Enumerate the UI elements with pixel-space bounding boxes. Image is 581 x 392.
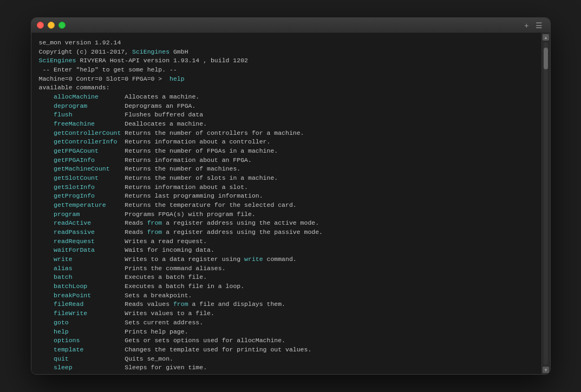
add-tab-button[interactable]: + — [522, 21, 531, 30]
terminal-line: freeMachine Deallocates a machine. — [39, 120, 534, 129]
terminal-window: + ☰ se_mon version 1.92.14Copyright (c) … — [31, 17, 551, 375]
terminal-line: deprogram Deprograms an FPGA. — [39, 102, 534, 111]
terminal-line: alias Prints the command aliases. — [39, 264, 534, 273]
command-name: readActive — [54, 219, 91, 226]
terminal-line: getFPGACount Returns the number of FPGAs… — [39, 147, 534, 156]
command-name: options — [54, 337, 80, 344]
terminal-line: Copyright (c) 2011-2017, SciEngines GmbH — [39, 48, 534, 57]
command-name: getTemperature — [54, 201, 106, 208]
terminal-line: sleep Sleeps for given time. — [39, 363, 534, 373]
terminal-line: getSlotInfo Returns information about a … — [39, 183, 534, 192]
command-name: getControllerInfo — [54, 138, 117, 145]
minimize-button[interactable] — [48, 22, 55, 29]
terminal-line: readPassive Reads from a register addres… — [39, 228, 534, 237]
tab-list-button[interactable]: ☰ — [533, 21, 545, 30]
command-name: getSlotInfo — [54, 184, 95, 191]
command-name: freeMachine — [54, 120, 95, 127]
scrollbar-thumb[interactable] — [544, 48, 548, 69]
brand-name: SciEngines — [132, 48, 169, 55]
terminal-line: batchLoop Executes a batch file in a loo… — [39, 282, 534, 291]
command-name: fileRead — [54, 300, 83, 308]
command-name: program — [54, 211, 80, 218]
terminal-line: getProgInfo Returns last programming inf… — [39, 192, 534, 201]
command-name: write — [54, 256, 73, 263]
keyword-from: from — [173, 300, 188, 308]
scroll-down-button[interactable]: ▼ — [543, 367, 549, 373]
terminal-line: getFPGAInfo Returns information about an… — [39, 156, 534, 165]
command-name: timeout — [54, 373, 80, 374]
terminal-line: getTemperature Returns the temperature f… — [39, 201, 534, 210]
command-name: batchLoop — [54, 283, 87, 290]
terminal-line: SciEngines RIVYERA Host-API version 1.93… — [39, 56, 534, 66]
terminal-line: se_mon version 1.92.14 — [39, 38, 534, 48]
command-name: template — [54, 346, 83, 353]
terminal-line: write Writes to a data register using wr… — [39, 255, 534, 264]
terminal-line: program Programs FPGA(s) with program fi… — [39, 210, 534, 219]
terminal-line: batch Executes a batch file. — [39, 273, 534, 282]
window-content: se_mon version 1.92.14Copyright (c) 2011… — [31, 33, 550, 374]
command-name: batch — [54, 273, 73, 280]
terminal-line: allocMachine Allocates a machine. — [39, 93, 534, 102]
terminal-line: timeout Gets or sets timeout. — [39, 373, 534, 374]
command-name: getFPGAInfo — [54, 156, 95, 164]
command-name: sleep — [54, 364, 73, 371]
terminal-line: readRequest Writes a read request. — [39, 237, 534, 246]
keyword-from: from — [147, 219, 162, 226]
terminal-line: flush Flushes buffered data — [39, 110, 534, 120]
command-name: breakPoint — [54, 292, 91, 299]
maximize-button[interactable] — [58, 22, 66, 29]
terminal-line: quit Quits se_mon. — [39, 355, 534, 364]
command-name: readPassive — [54, 228, 95, 236]
terminal-line: options Gets or sets options used for al… — [39, 336, 534, 345]
terminal-line: getControllerCount Returns the number of… — [39, 129, 534, 138]
command-name: fileWrite — [54, 310, 87, 317]
command-name: readRequest — [54, 238, 95, 245]
scrollbar-track[interactable] — [544, 42, 548, 365]
terminal-line: -- Enter "help" to get some help. -- — [39, 66, 534, 75]
titlebar-right: + ☰ — [522, 21, 544, 30]
keyword-from: from — [147, 228, 162, 236]
close-button[interactable] — [37, 22, 44, 29]
scroll-up-button[interactable]: ▲ — [543, 34, 549, 41]
terminal-line: help Prints help page. — [39, 328, 534, 337]
terminal-line: getControllerInfo Returns information ab… — [39, 138, 534, 147]
terminal-line: getMachineCount Returns the number of ma… — [39, 165, 534, 174]
command-name: getSlotCount — [54, 174, 99, 181]
command-name: help — [54, 328, 69, 335]
command-name: quit — [54, 355, 69, 362]
command-name: allocMachine — [54, 93, 99, 100]
terminal-line: available commands: — [39, 83, 534, 93]
command-name: flush — [54, 111, 73, 118]
command-name: waitForData — [54, 246, 95, 253]
command-name: alias — [54, 265, 73, 272]
terminal-line: breakPoint Sets a breakpoint. — [39, 291, 534, 300]
terminal-line: Machine=0 Contr=0 Slot=0 FPGA=0 > help — [39, 75, 534, 84]
command-name: getControllerCount — [54, 129, 121, 136]
keyword-write: write — [244, 256, 263, 263]
terminal-line: goto Sets current address. — [39, 318, 534, 328]
terminal-line: getSlotCount Returns the number of slots… — [39, 174, 534, 183]
terminal-line: waitForData Waits for incoming data. — [39, 246, 534, 255]
scrollbar[interactable]: ▲ ▼ — [541, 33, 550, 374]
terminal-output[interactable]: se_mon version 1.92.14Copyright (c) 2011… — [31, 33, 541, 374]
terminal-line: fileWrite Writes values to a file. — [39, 309, 534, 318]
titlebar: + ☰ — [31, 18, 550, 33]
terminal-line: fileRead Reads values from a file and di… — [39, 300, 534, 309]
command-name: getFPGACount — [54, 147, 99, 154]
command-name: getMachineCount — [54, 165, 110, 172]
terminal-line: readActive Reads from a register address… — [39, 219, 534, 228]
command-name: getProgInfo — [54, 192, 95, 199]
command-name: deprogram — [54, 102, 87, 109]
command-name: goto — [54, 319, 69, 326]
brand-name: SciEngines — [39, 57, 76, 64]
prompt-command: help — [166, 75, 185, 82]
terminal-line: template Changes the template used for p… — [39, 345, 534, 355]
